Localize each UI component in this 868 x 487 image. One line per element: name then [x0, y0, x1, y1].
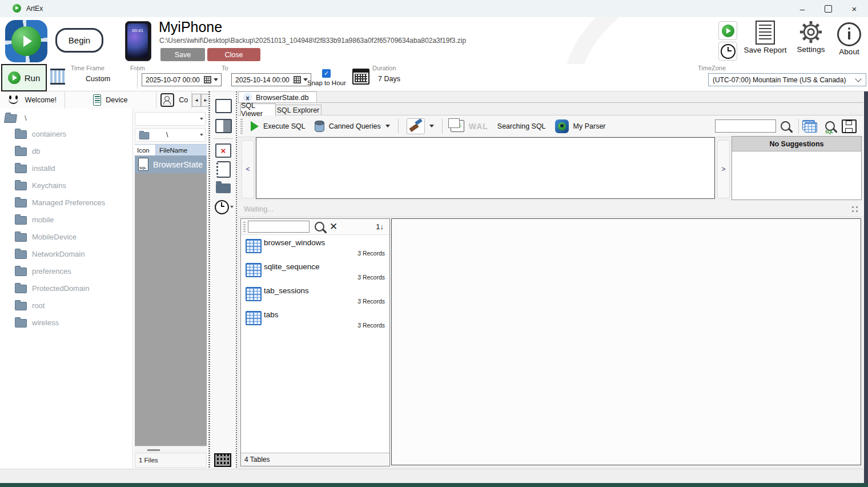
toolbar-grip[interactable]	[243, 222, 246, 232]
table-list-item[interactable]: browser_windows 3 Records	[241, 237, 389, 261]
close-window-button[interactable]: ×	[841, 0, 867, 17]
split-pane-button[interactable]	[215, 117, 232, 134]
notebook-button[interactable]	[215, 161, 232, 178]
document-tab[interactable]: x BrowserState.db	[238, 91, 317, 103]
searching-sql-button[interactable]: Searching SQL	[493, 122, 550, 130]
qr-code-icon[interactable]	[214, 453, 231, 467]
tree-folder-item[interactable]: root	[0, 297, 132, 314]
calendar-icon[interactable]	[352, 69, 369, 85]
file-path-combo[interactable]: \	[135, 128, 206, 142]
sort-order-button[interactable]: 1↓	[376, 222, 384, 231]
tab-sql-viewer[interactable]: SQL Viewer	[240, 103, 276, 115]
tables-count-status: 4 Tables	[241, 453, 389, 466]
column-filename[interactable]: FileName	[156, 145, 207, 156]
expand-right-button[interactable]: >	[717, 140, 730, 198]
tab-welcome[interactable]: Welcome!	[0, 91, 65, 109]
save-disk-icon[interactable]	[842, 119, 857, 133]
tab-contacts-label: Co	[179, 96, 188, 104]
settings-button[interactable]: Settings	[795, 20, 827, 54]
toolbar-grip[interactable]	[240, 119, 243, 134]
close-backup-button[interactable]: Close	[207, 48, 260, 61]
run-button[interactable]: Run	[1, 64, 47, 91]
wal-import-button[interactable]: WAL	[446, 120, 493, 132]
maximize-button[interactable]	[815, 0, 841, 17]
tree-root-item[interactable]: \	[0, 109, 132, 125]
collapse-left-button[interactable]: <	[242, 140, 254, 198]
tree-folder-label: NetworkDomain	[32, 250, 85, 258]
search-icon[interactable]	[315, 222, 324, 231]
about-button[interactable]: About	[835, 22, 863, 56]
timeline-icon[interactable]	[50, 69, 65, 85]
tree-folder-item[interactable]: wireless	[0, 314, 132, 331]
folder-icon	[15, 233, 27, 242]
tree-folder-label: Keychains	[32, 181, 66, 190]
tree-folder-item[interactable]: mobile	[0, 211, 132, 228]
format-brush-button[interactable]	[402, 118, 439, 134]
history-clock-button[interactable]	[215, 198, 235, 215]
export-tables-button[interactable]	[802, 120, 817, 133]
table-record-count: 3 Records	[357, 274, 385, 281]
table-list-item[interactable]: tabs 3 Records	[241, 309, 389, 333]
query-results-panel[interactable]	[391, 218, 861, 465]
tree-folder-item[interactable]: containers	[0, 125, 132, 142]
tree-folder-item[interactable]: preferences	[0, 262, 132, 280]
folder-icon	[15, 165, 27, 173]
sql-toolbar: Execute SQL Canned Queries WAL Searching…	[237, 115, 863, 137]
open-folder-button[interactable]	[215, 179, 232, 197]
tab-contacts[interactable]: Co	[156, 91, 192, 109]
timeframe-label: Time Frame	[71, 65, 105, 71]
tree-folder-item[interactable]: MobileDevice	[0, 228, 132, 245]
file-row-browserstate[interactable]: BrowserState	[135, 155, 207, 173]
tree-folder-list: containers db installd Keychains	[0, 125, 132, 331]
divider	[214, 138, 233, 139]
sql-search-input[interactable]	[715, 119, 776, 133]
search-icon[interactable]	[781, 121, 790, 131]
vertical-splitter[interactable]	[208, 91, 210, 469]
clear-filter-icon[interactable]: ✕	[329, 222, 337, 231]
timezone-select[interactable]: (UTC-07:00) Mountain Time (US & Canada)	[708, 73, 866, 86]
minimize-button[interactable]: –	[789, 0, 815, 17]
table-list-item[interactable]: sqlite_sequence 3 Records	[241, 261, 389, 285]
tab-device[interactable]: Device	[65, 91, 157, 109]
table-filter-input[interactable]	[248, 221, 310, 233]
tree-folder-item[interactable]: db	[0, 142, 132, 159]
play-icon	[251, 121, 259, 131]
my-parser-button[interactable]: My Parser	[550, 119, 610, 133]
sql-search-icon[interactable]: SQL	[825, 121, 835, 131]
sql-query-editor[interactable]	[256, 137, 715, 199]
close-tab-icon[interactable]: x	[243, 93, 252, 102]
file-filter-combo[interactable]	[135, 112, 206, 126]
canned-queries-button[interactable]: Canned Queries	[310, 121, 395, 132]
column-icon[interactable]: Icon	[135, 145, 156, 156]
snap-to-hour-checkbox[interactable]: ✓	[322, 69, 331, 78]
backup-path: C:\Users\iwhif\Desktop\Backup\20251013_1…	[159, 37, 466, 45]
table-name: tabs	[264, 310, 279, 319]
table-list-item[interactable]: tab_sessions 3 Records	[241, 285, 389, 309]
artex-quick-button[interactable]	[718, 21, 737, 40]
tab-sql-explorer[interactable]: SQL Explorer	[275, 105, 322, 115]
device-screen: 00:41	[127, 23, 148, 58]
dropdown-arrow-icon	[200, 134, 203, 136]
tree-folder-item[interactable]: installd	[0, 159, 132, 177]
tree-folder-item[interactable]: ProtectedDomain	[0, 280, 132, 297]
tree-folder-item[interactable]: Keychains	[0, 177, 132, 194]
from-date-picker[interactable]: 2025-10-07 00:00	[142, 73, 222, 86]
close-view-button[interactable]: ×	[215, 142, 232, 159]
tree-folder-item[interactable]: Managed Preferences	[0, 194, 132, 211]
canned-queries-label: Canned Queries	[329, 122, 381, 130]
tree-folder-item[interactable]: NetworkDomain	[0, 245, 132, 262]
table-grid-icon	[246, 287, 262, 301]
to-date-picker[interactable]: 2025-10-14 00:00	[231, 73, 311, 86]
single-pane-button[interactable]	[215, 97, 232, 114]
status-waiting: Waiting...	[237, 201, 863, 217]
save-button[interactable]: Save	[160, 48, 205, 61]
folder-tree-panel: \ containers db installd	[0, 109, 133, 469]
tab-scroll-left-button[interactable]: ◄	[192, 94, 201, 107]
resize-grip[interactable]	[851, 205, 859, 213]
execute-sql-button[interactable]: Execute SQL	[246, 121, 310, 131]
begin-button[interactable]: Begin	[55, 28, 103, 53]
bottom-strip	[0, 469, 868, 484]
paintbrush-icon	[407, 118, 425, 134]
time-history-button[interactable]	[718, 42, 737, 61]
save-report-button[interactable]: Save Report	[742, 21, 788, 54]
